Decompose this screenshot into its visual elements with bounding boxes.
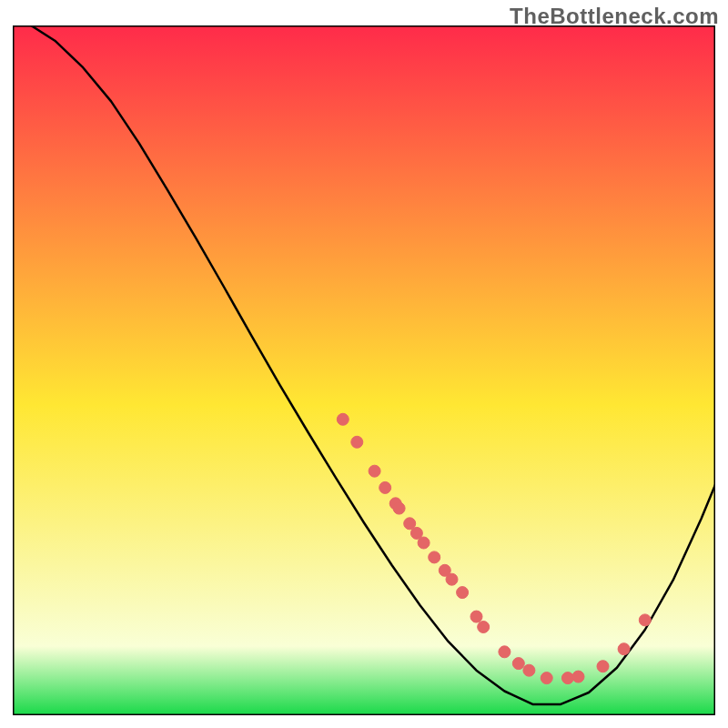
data-dot bbox=[457, 587, 469, 599]
chart-svg bbox=[13, 25, 715, 715]
data-dot bbox=[561, 672, 573, 684]
data-dot bbox=[351, 436, 363, 448]
data-dot bbox=[512, 658, 524, 670]
data-dot bbox=[429, 551, 440, 563]
data-dot bbox=[470, 611, 482, 622]
data-dot bbox=[393, 502, 405, 514]
data-dot bbox=[418, 537, 430, 549]
data-dot bbox=[523, 664, 535, 676]
data-dot bbox=[572, 671, 584, 682]
chart-stage: TheBottleneck.com bbox=[0, 0, 728, 728]
data-dot bbox=[499, 646, 511, 658]
data-dot bbox=[337, 413, 349, 425]
data-dot bbox=[618, 643, 630, 655]
data-dot bbox=[369, 465, 380, 477]
data-dot bbox=[379, 481, 391, 493]
data-dot bbox=[446, 573, 458, 585]
data-dot bbox=[541, 672, 552, 684]
data-dot bbox=[478, 622, 490, 633]
gradient-background bbox=[13, 25, 715, 715]
data-dot bbox=[597, 661, 609, 672]
data-dot bbox=[639, 614, 651, 626]
plot-area bbox=[13, 25, 715, 715]
